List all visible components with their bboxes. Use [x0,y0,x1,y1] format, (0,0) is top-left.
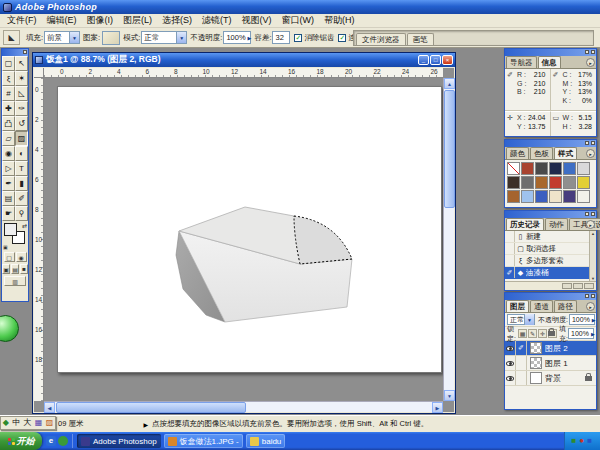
styles-panel-menu-icon[interactable]: ▸ [586,149,595,158]
fill-select[interactable]: 前景 ▼ [44,31,80,44]
minimize-button[interactable]: _ [418,55,429,65]
minimize-icon[interactable] [585,294,589,298]
vertical-scrollbar[interactable]: ▲ ▼ [443,78,454,401]
layer-row-2[interactable]: 背景 [505,371,596,386]
menu-item-file[interactable]: 文件(F) [2,14,42,27]
swap-colors-icon[interactable]: ⇄ [22,222,27,229]
styles-tab-色板[interactable]: 色板 [530,147,553,159]
style-swatch-6[interactable] [507,176,520,189]
taskbar-task-1[interactable]: 饭盒做法1.JPG - [164,434,243,448]
tray-icon-1[interactable]: ● [579,436,584,446]
style-swatch-11[interactable] [577,176,590,189]
style-swatch-7[interactable] [521,176,534,189]
create-snapshot-button[interactable] [573,283,583,289]
styles-tab-颜色[interactable]: 颜色 [506,147,529,159]
tray-icon-2[interactable]: ■ [587,436,592,446]
minimize-icon[interactable] [585,50,589,54]
crop-tool[interactable]: # [2,86,15,101]
pen-tool[interactable]: ✒ [2,176,15,191]
menu-item-help[interactable]: 帮助(H) [319,14,360,27]
tolerance-input[interactable]: 32 [272,31,290,44]
style-swatch-8[interactable] [535,176,548,189]
delete-state-button[interactable] [584,283,594,289]
mask-mode-1-icon[interactable]: ◉ [16,252,27,262]
notes-tool[interactable]: ▤ [2,191,15,206]
ime-item-4[interactable]: ▨ [46,417,54,429]
style-swatch-4[interactable] [563,162,576,175]
vertical-scroll-thumb[interactable] [444,90,455,208]
history-brush-source-icon[interactable] [505,231,515,242]
history-tab-工具预设[interactable]: 工具预设 [569,218,600,230]
lock-all-icon[interactable] [548,329,557,338]
style-swatch-3[interactable] [549,162,562,175]
spinner-icon[interactable]: ▶ [592,317,596,323]
taskbar-task-0[interactable]: Adobe Photoshop [77,434,161,448]
healing-brush-tool[interactable]: ✚ [2,101,15,116]
history-item-1[interactable]: ▢取消选择 [505,243,589,255]
ime-item-2[interactable]: 大 [24,417,32,429]
close-icon[interactable] [591,294,595,298]
screen-mode-2-icon[interactable]: ■ [20,264,28,274]
foreground-color-swatch[interactable] [4,223,17,236]
style-swatch-1[interactable] [521,162,534,175]
mode-select[interactable]: 正常 ▼ [141,31,187,44]
eraser-tool[interactable]: ▱ [2,131,15,146]
style-swatch-14[interactable] [535,190,548,203]
ime-item-1[interactable]: 中 [12,417,20,429]
layers-tab-通道[interactable]: 通道 [530,300,553,312]
canvas[interactable] [57,86,442,373]
jump-to-imageready-icon[interactable]: ▥ [4,276,26,286]
visibility-toggle[interactable] [505,356,516,370]
ime-language-bar[interactable]: ◆中大▦▨ [0,416,56,430]
start-button[interactable]: 开始 [0,432,42,450]
menu-item-window[interactable]: 窗口(W) [277,14,320,27]
path-selection-tool[interactable]: ▷ [2,161,15,176]
dodge-tool[interactable]: ◐ [15,146,28,161]
pattern-swatch[interactable] [102,31,120,45]
create-document-from-state-button[interactable] [562,283,572,289]
history-item-3[interactable]: ✐◆油漆桶 [505,267,589,279]
gradient-tool[interactable]: ▨ [15,131,28,146]
selection-marching-ants[interactable] [294,216,352,264]
move-tool[interactable]: ↖ [15,56,28,71]
mask-mode-0-icon[interactable]: ▢ [4,252,15,262]
style-swatch-10[interactable] [563,176,576,189]
scroll-right-icon[interactable]: ▶ [432,402,443,413]
info-panel-menu-icon[interactable]: ▸ [586,58,595,67]
lasso-tool[interactable]: ξ [2,71,15,86]
layer-thumbnail[interactable] [530,372,542,384]
minimize-icon[interactable] [585,212,589,216]
menu-item-layer[interactable]: 图层(L) [118,14,157,27]
layers-tab-路径[interactable]: 路径 [554,300,577,312]
default-colors-icon[interactable]: ▣ [3,244,8,250]
layer-thumbnail[interactable] [530,357,542,369]
well-tab-1[interactable]: 画笔 [407,33,434,45]
menu-item-select[interactable]: 选择(S) [157,14,197,27]
layers-panel-menu-icon[interactable]: ▸ [586,302,595,311]
palette-titlebar[interactable] [505,49,596,56]
document-titlebar[interactable]: 饭盒1 @ 88.7% (图层 2, RGB) _□× [33,53,455,67]
menu-item-image[interactable]: 图像(I) [82,14,119,27]
style-swatch-16[interactable] [563,190,576,203]
magic-wand-tool[interactable]: ✶ [15,71,28,86]
close-icon[interactable] [591,141,595,145]
slice-tool[interactable]: ◺ [15,86,28,101]
style-swatch-5[interactable] [577,162,590,175]
well-tab-0[interactable]: 文件浏览器 [356,33,406,45]
history-tab-历史记录[interactable]: 历史记录 [506,218,544,230]
clone-stamp-tool[interactable]: 凸 [2,116,15,131]
history-brush-source-icon[interactable] [505,243,515,254]
styles-tab-样式[interactable]: 样式 [554,147,577,159]
lock-toggle-2-icon[interactable]: ✛ [538,329,547,338]
menu-item-filter[interactable]: 滤镜(T) [197,14,237,27]
maximize-button[interactable]: □ [430,55,441,65]
rectangular-marquee-tool[interactable]: ▢ [2,56,15,71]
chevron-down-icon[interactable]: ▼ [69,32,79,43]
palette-titlebar[interactable] [505,211,596,218]
scroll-up-icon[interactable]: ▲ [591,231,595,236]
screen-mode-0-icon[interactable]: ▣ [2,264,10,274]
eyedropper-tool[interactable]: ✐ [15,191,28,206]
palette-titlebar[interactable] [505,140,596,147]
visibility-toggle[interactable] [505,371,516,385]
visibility-toggle[interactable] [505,341,516,355]
